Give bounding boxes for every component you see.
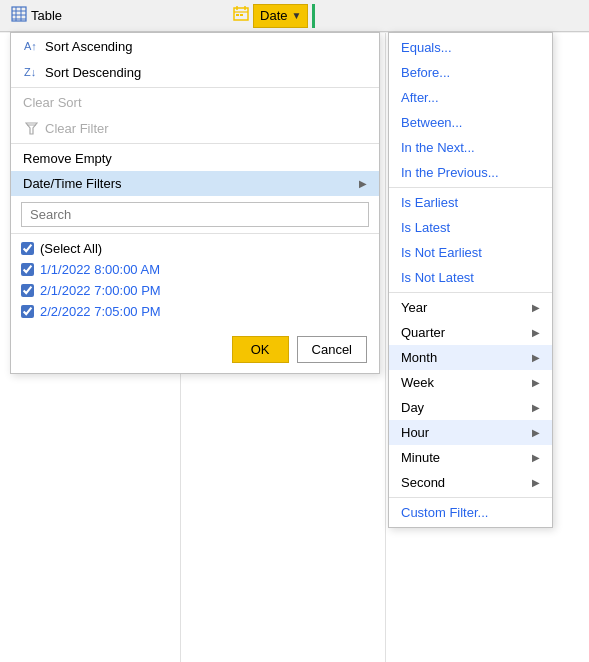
submenu-day-label: Day [401, 400, 424, 415]
submenu-custom-filter-label: Custom Filter... [401, 505, 488, 520]
submenu-hour-arrow: ▶ [532, 427, 540, 438]
ok-button[interactable]: OK [232, 336, 289, 363]
sort-desc-icon: Z↓ [23, 64, 39, 80]
sort-ascending-item[interactable]: A↑ Sort Ascending [11, 33, 379, 59]
submenu-week[interactable]: Week ▶ [389, 370, 552, 395]
submenu-hour[interactable]: Hour ▶ [389, 420, 552, 445]
submenu-quarter[interactable]: Quarter ▶ [389, 320, 552, 345]
svg-rect-10 [236, 14, 239, 16]
submenu-custom-filter[interactable]: Custom Filter... [389, 500, 552, 525]
submenu-in-next-label: In the Next... [401, 140, 475, 155]
date-pill-label: Date [260, 8, 287, 23]
submenu-is-earliest-label: Is Earliest [401, 195, 458, 210]
submenu-equals[interactable]: Equals... [389, 35, 552, 60]
submenu-before[interactable]: Before... [389, 60, 552, 85]
column-resize-handle[interactable] [312, 4, 315, 28]
datetime-filters-arrow: ▶ [359, 178, 367, 189]
submenu-equals-label: Equals... [401, 40, 452, 55]
clear-filter-label: Clear Filter [45, 121, 109, 136]
submenu-divider-1 [389, 187, 552, 188]
date-filter-pill[interactable]: Date ▼ [253, 4, 308, 28]
remove-empty-item[interactable]: Remove Empty [11, 146, 379, 171]
submenu-is-not-latest[interactable]: Is Not Latest [389, 265, 552, 290]
submenu-month[interactable]: Month ▶ [389, 345, 552, 370]
cancel-button[interactable]: Cancel [297, 336, 367, 363]
checkbox-date2[interactable]: 2/1/2022 7:00:00 PM [21, 280, 369, 301]
submenu-minute[interactable]: Minute ▶ [389, 445, 552, 470]
clear-sort-label: Clear Sort [23, 95, 82, 110]
svg-rect-11 [240, 14, 243, 16]
checkbox-date1-input[interactable] [21, 263, 34, 276]
submenu-in-previous-label: In the Previous... [401, 165, 499, 180]
table-label: Table [31, 8, 62, 23]
submenu-second-label: Second [401, 475, 445, 490]
datetime-filters-label: Date/Time Filters [23, 176, 121, 191]
sort-ascending-label: Sort Ascending [45, 39, 132, 54]
submenu-day[interactable]: Day ▶ [389, 395, 552, 420]
table-icon [11, 6, 27, 25]
search-input[interactable] [21, 202, 369, 227]
submenu-is-not-earliest-label: Is Not Earliest [401, 245, 482, 260]
submenu-is-not-earliest[interactable]: Is Not Earliest [389, 240, 552, 265]
submenu-year-arrow: ▶ [532, 302, 540, 313]
sort-descending-label: Sort Descending [45, 65, 141, 80]
checkbox-list: (Select All) 1/1/2022 8:00:00 AM 2/1/202… [11, 234, 379, 326]
svg-text:Z↓: Z↓ [24, 66, 36, 78]
submenu-is-latest-label: Is Latest [401, 220, 450, 235]
checkbox-date3-input[interactable] [21, 305, 34, 318]
submenu-minute-label: Minute [401, 450, 440, 465]
calendar-icon [233, 6, 249, 25]
submenu-minute-arrow: ▶ [532, 452, 540, 463]
submenu-quarter-label: Quarter [401, 325, 445, 340]
checkbox-date3[interactable]: 2/2/2022 7:05:00 PM [21, 301, 369, 322]
checkbox-select-all-input[interactable] [21, 242, 34, 255]
clear-sort-item: Clear Sort [11, 90, 379, 115]
sort-asc-icon: A↑ [23, 38, 39, 54]
dialog-buttons: OK Cancel [11, 326, 379, 373]
submenu-week-label: Week [401, 375, 434, 390]
filter-icon [23, 120, 39, 136]
submenu-hour-label: Hour [401, 425, 429, 440]
submenu-in-previous[interactable]: In the Previous... [389, 160, 552, 185]
submenu-month-arrow: ▶ [532, 352, 540, 363]
submenu-day-arrow: ▶ [532, 402, 540, 413]
submenu-before-label: Before... [401, 65, 450, 80]
table-button[interactable]: Table [4, 3, 69, 28]
submenu-week-arrow: ▶ [532, 377, 540, 388]
datetime-submenu: Equals... Before... After... Between... … [388, 32, 553, 528]
submenu-between[interactable]: Between... [389, 110, 552, 135]
checkbox-date1-label: 1/1/2022 8:00:00 AM [40, 262, 160, 277]
submenu-is-not-latest-label: Is Not Latest [401, 270, 474, 285]
submenu-divider-2 [389, 292, 552, 293]
submenu-after-label: After... [401, 90, 439, 105]
submenu-second-arrow: ▶ [532, 477, 540, 488]
checkbox-date1[interactable]: 1/1/2022 8:00:00 AM [21, 259, 369, 280]
divider-2 [11, 143, 379, 144]
submenu-month-label: Month [401, 350, 437, 365]
checkbox-select-all-label: (Select All) [40, 241, 102, 256]
submenu-year-label: Year [401, 300, 427, 315]
submenu-after[interactable]: After... [389, 85, 552, 110]
submenu-year[interactable]: Year ▶ [389, 295, 552, 320]
submenu-in-next[interactable]: In the Next... [389, 135, 552, 160]
checkbox-select-all[interactable]: (Select All) [21, 238, 369, 259]
submenu-is-latest[interactable]: Is Latest [389, 215, 552, 240]
datetime-filters-item[interactable]: Date/Time Filters ▶ [11, 171, 379, 196]
submenu-between-label: Between... [401, 115, 462, 130]
main-dropdown-menu: A↑ Sort Ascending Z↓ Sort Descending Cle… [10, 32, 380, 374]
clear-filter-item: Clear Filter [11, 115, 379, 141]
submenu-is-earliest[interactable]: Is Earliest [389, 190, 552, 215]
submenu-divider-3 [389, 497, 552, 498]
sort-descending-item[interactable]: Z↓ Sort Descending [11, 59, 379, 85]
date-dropdown-arrow: ▼ [292, 10, 302, 21]
checkbox-date3-label: 2/2/2022 7:05:00 PM [40, 304, 161, 319]
submenu-quarter-arrow: ▶ [532, 327, 540, 338]
divider-1 [11, 87, 379, 88]
checkbox-date2-label: 2/1/2022 7:00:00 PM [40, 283, 161, 298]
svg-text:A↑: A↑ [24, 40, 37, 52]
search-container [11, 196, 379, 234]
remove-empty-label: Remove Empty [23, 151, 112, 166]
top-bar: Table Date ▼ [0, 0, 589, 32]
checkbox-date2-input[interactable] [21, 284, 34, 297]
submenu-second[interactable]: Second ▶ [389, 470, 552, 495]
